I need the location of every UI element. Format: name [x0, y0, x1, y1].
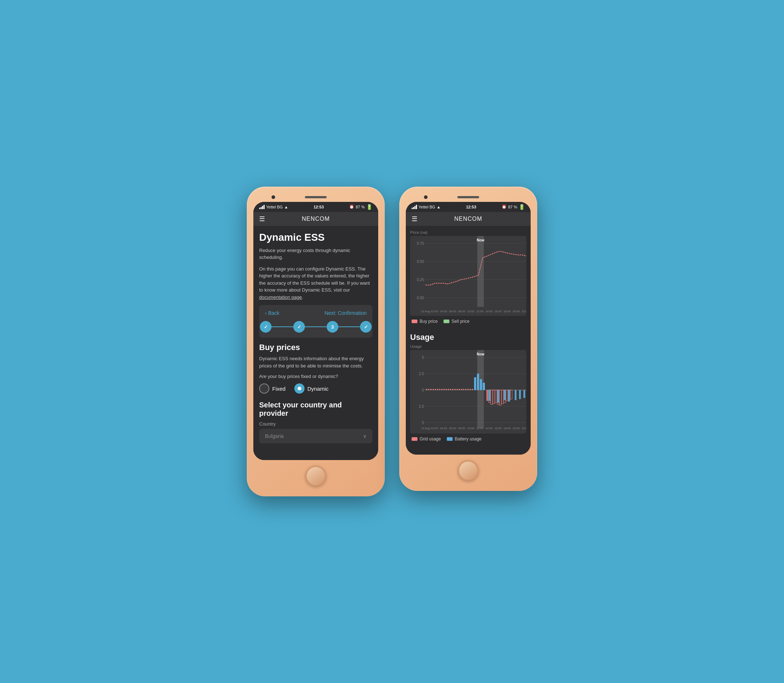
time-2: 12:53: [466, 205, 476, 209]
price-chart-svg: 0.75 0.50 0.25 0.00 Now: [410, 236, 526, 316]
chart-page: Price (na) 0.75: [406, 226, 531, 455]
question-text: Are your buy prices fixed or dynamic?: [259, 374, 373, 379]
svg-rect-52: [452, 389, 453, 390]
phone-inner-2: Yettel BG ▲ 12:53 ⏰ 87 % 🔋 ☰ NENCOM: [406, 202, 531, 455]
alarm-icon-2: ⏰: [502, 204, 507, 209]
doc-link[interactable]: documentation page: [259, 295, 302, 300]
svg-rect-57: [463, 389, 464, 390]
usage-chart-svg: 5 2.5 0 2.5 5 Now: [410, 350, 526, 434]
svg-text:02:00: 02:00: [431, 310, 438, 313]
home-button-1[interactable]: [306, 466, 326, 486]
status-left-1: Yettel BG ▲: [259, 205, 288, 209]
svg-rect-58: [465, 389, 466, 390]
svg-text:0.75: 0.75: [417, 242, 424, 245]
svg-text:5: 5: [422, 356, 424, 359]
svg-text:13 Aug: 13 Aug: [421, 310, 430, 313]
usage-section: Usage Usage: [410, 333, 526, 444]
status-left-2: Yettel BG ▲: [411, 205, 441, 209]
svg-text:10:00: 10:00: [467, 310, 475, 313]
svg-rect-80: [523, 390, 525, 398]
radio-row: Fixed Dynamic: [259, 383, 373, 394]
usage-chart-area: 5 2.5 0 2.5 5 Now: [410, 350, 526, 434]
wifi-icon-2: ▲: [437, 205, 441, 209]
svg-rect-51: [450, 389, 451, 390]
svg-text:Now: Now: [477, 352, 484, 356]
status-bar-2: Yettel BG ▲ 12:53 ⏰ 87 % 🔋: [406, 202, 531, 212]
alarm-icon-1: ⏰: [349, 204, 354, 209]
back-arrow-icon: ‹: [265, 310, 267, 316]
svg-text:04:00: 04:00: [440, 310, 448, 313]
radio-circle-fixed[interactable]: [259, 383, 269, 394]
dynamic-ess-page: Dynamic ESS Reduce your energy costs thr…: [253, 226, 378, 460]
svg-rect-0: [410, 236, 526, 316]
svg-rect-49: [446, 389, 447, 390]
svg-text:06:00: 06:00: [449, 310, 457, 313]
sell-price-legend: Sell price: [443, 319, 469, 324]
svg-rect-37: [477, 374, 479, 390]
radio-fixed[interactable]: Fixed: [259, 383, 286, 394]
battery-text-1: 87 %: [356, 205, 365, 209]
sell-price-label: Sell price: [451, 319, 469, 324]
svg-rect-75: [497, 390, 499, 403]
step-1: ✓: [260, 321, 272, 333]
home-button-2[interactable]: [458, 460, 478, 481]
svg-text:16:00: 16:00: [494, 310, 502, 313]
radio-circle-dynamic[interactable]: [294, 383, 304, 394]
page-desc-1: Reduce your energy costs through dynamic…: [259, 247, 373, 261]
svg-rect-59: [467, 389, 469, 390]
svg-text:14:00: 14:00: [485, 426, 493, 430]
svg-rect-46: [439, 389, 440, 390]
step-2: ✓: [293, 321, 305, 333]
svg-rect-62: [486, 390, 488, 401]
step-line-1: [272, 326, 293, 327]
time-1: 12:53: [314, 205, 324, 209]
country-select[interactable]: Bulgaria ∨: [259, 429, 373, 443]
app-title-2: NENCOM: [454, 216, 482, 222]
usage-legend: Grid usage Battery usage: [410, 434, 526, 444]
svg-text:22:00: 22:00: [522, 426, 526, 430]
svg-text:0.00: 0.00: [417, 296, 424, 300]
app-title-1: NENCOM: [302, 216, 330, 222]
chevron-down-icon: ∨: [363, 433, 366, 439]
step-indicators: ✓ ✓ 3 ✓: [265, 321, 366, 333]
svg-text:0: 0: [422, 388, 424, 392]
status-bar-1: Yettel BG ▲ 12:53 ⏰ 87 % 🔋: [253, 202, 378, 212]
menu-icon-1[interactable]: ☰: [259, 216, 265, 222]
signal-icon-2: [411, 205, 417, 209]
phone-bottom-2: [406, 455, 531, 484]
phone-speaker-1: [305, 196, 327, 198]
svg-text:12:00: 12:00: [476, 310, 484, 313]
screen-content-1: Dynamic ESS Reduce your energy costs thr…: [253, 226, 378, 460]
battery-text-2: 87 %: [508, 205, 517, 209]
svg-text:0.50: 0.50: [417, 260, 424, 264]
phones-container: Yettel BG ▲ 12:53 ⏰ 87 % 🔋 ☰ NENCOM Dyna…: [247, 187, 537, 497]
svg-text:04:00: 04:00: [440, 426, 448, 430]
svg-text:16:00: 16:00: [494, 426, 502, 430]
phone-2: Yettel BG ▲ 12:53 ⏰ 87 % 🔋 ☰ NENCOM: [399, 187, 537, 491]
svg-text:20:00: 20:00: [512, 310, 520, 313]
next-button[interactable]: Next: Confirmation: [325, 310, 366, 316]
back-button[interactable]: ‹ Back: [265, 310, 280, 316]
battery-usage-legend: Battery usage: [447, 436, 482, 441]
svg-rect-45: [437, 389, 438, 390]
grid-usage-color: [411, 437, 418, 441]
radio-dynamic[interactable]: Dynamic: [294, 383, 328, 394]
svg-text:2.5: 2.5: [419, 404, 424, 409]
svg-text:0.25: 0.25: [417, 278, 424, 282]
sell-price-color: [443, 319, 450, 323]
phone-camera-1: [272, 196, 275, 199]
svg-rect-48: [443, 389, 445, 390]
price-chart-section: Price (na) 0.75: [410, 230, 526, 327]
buy-price-legend: Buy price: [411, 319, 438, 324]
sub-section-title: Select your country and provider: [259, 401, 373, 418]
svg-rect-79: [519, 390, 521, 399]
page-desc-2: On this page you can configure Dynamic E…: [259, 265, 373, 301]
radio-label-fixed: Fixed: [272, 386, 286, 392]
svg-rect-41: [428, 389, 429, 390]
menu-icon-2[interactable]: ☰: [411, 216, 418, 222]
section-title: Buy prices: [259, 343, 373, 352]
svg-text:14:00: 14:00: [485, 310, 493, 313]
price-axis-label: Price (na): [410, 230, 526, 234]
country-label: Country: [259, 421, 373, 426]
svg-text:18:00: 18:00: [504, 426, 511, 430]
